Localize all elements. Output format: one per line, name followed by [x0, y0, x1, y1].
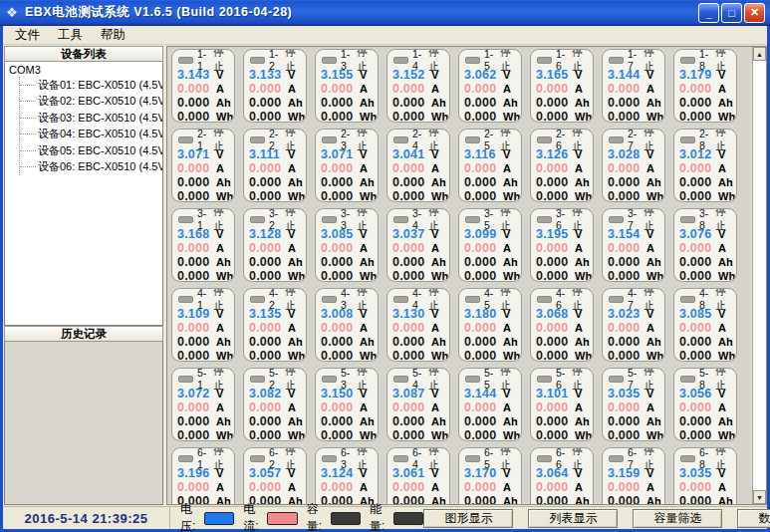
battery-cell[interactable]: 5-4 停止 3.087V 0.000A 0.000Ah 0.000Wh — [386, 368, 450, 441]
energy-value: 0.000 — [536, 349, 573, 362]
battery-cell[interactable]: 6-1 停止 3.196V 0.000A 0.000Ah 0.000Wh — [171, 447, 235, 504]
device-tree-item[interactable]: 设备02: EBC-X0510 (4.5V/10A — [20, 94, 162, 111]
battery-cell[interactable]: 4-4 停止 3.130V 0.000A 0.000Ah 0.000Wh — [386, 288, 450, 362]
battery-cell[interactable]: 2-2 停止 3.111V 0.000A 0.000Ah 0.000Wh — [243, 129, 307, 202]
battery-icon — [178, 136, 193, 143]
battery-cell[interactable]: 2-6 停止 3.126V 0.000A 0.000Ah 0.000Wh — [530, 129, 594, 202]
battery-cell[interactable]: 6-5 停止 3.170V 0.000A 0.000Ah 0.000Wh — [458, 447, 522, 504]
current-unit: A — [575, 480, 583, 494]
cell-header: 3-7 停止 — [609, 212, 661, 226]
capacity-unit: Ah — [575, 414, 590, 428]
action-button-图形显示[interactable]: 图形显示 — [423, 509, 513, 528]
voltage-unit: V — [288, 68, 295, 82]
battery-cell[interactable]: 1-7 停止 3.144V 0.000A 0.000Ah 0.000Wh — [602, 49, 665, 123]
device-tree-item[interactable]: 设备05: EBC-X0510 (4.5V/10A — [20, 142, 162, 159]
action-button-数据报表[interactable]: 数据报表 — [737, 509, 770, 528]
datetime: 2016-5-14 21:39:25 — [3, 507, 170, 529]
battery-icon — [609, 296, 624, 303]
battery-cell[interactable]: 6-4 停止 3.061V 0.000A 0.000Ah 0.000Wh — [386, 447, 450, 504]
battery-cell[interactable]: 3-3 停止 3.085V 0.000A 0.000Ah 0.000Wh — [315, 208, 379, 282]
cell-header: 4-5 停止 — [465, 292, 518, 306]
history-header[interactable]: 历史记录 — [4, 326, 163, 342]
scroll-down-icon[interactable]: ▼ — [753, 490, 766, 504]
vertical-scrollbar[interactable]: ▲ ▼ — [752, 47, 766, 504]
device-tree-item[interactable]: 设备01: EBC-X0510 (4.5V/10A — [20, 77, 162, 94]
capacity-unit: Ah — [718, 494, 733, 504]
battery-cell[interactable]: 5-6 停止 3.101V 0.000A 0.000Ah 0.000Wh — [530, 368, 594, 441]
menu-item-工具[interactable]: 工具 — [49, 26, 92, 45]
battery-cell[interactable]: 3-7 停止 3.154V 0.000A 0.000Ah 0.000Wh — [602, 208, 665, 282]
battery-cell[interactable]: 4-5 停止 3.180V 0.000A 0.000Ah 0.000Wh — [458, 288, 522, 362]
battery-cell[interactable]: 1-1 停止 3.143V 0.000A 0.000Ah 0.000Wh — [171, 49, 235, 123]
battery-cell[interactable]: 6-3 停止 3.124V 0.000A 0.000Ah 0.000Wh — [315, 447, 379, 504]
battery-cell[interactable]: 6-2 停止 3.057V 0.000A 0.000Ah 0.000Wh — [243, 447, 307, 504]
app-icon: ❖ — [6, 6, 20, 20]
battery-cell[interactable]: 3-6 停止 3.195V 0.000A 0.000Ah 0.000Wh — [530, 208, 594, 282]
battery-cell[interactable]: 6-6 停止 3.064V 0.000A 0.000Ah 0.000Wh — [530, 447, 594, 504]
tree-root-com3[interactable]: COM3 — [7, 63, 162, 77]
minimize-button[interactable]: _ — [698, 3, 719, 23]
scroll-up-icon[interactable]: ▲ — [753, 47, 766, 61]
current-value: 0.000 — [249, 400, 286, 414]
battery-cell[interactable]: 1-5 停止 3.062V 0.000A 0.000Ah 0.000Wh — [458, 49, 522, 123]
battery-cell[interactable]: 2-1 停止 3.071V 0.000A 0.000Ah 0.000Wh — [171, 129, 235, 202]
battery-cell[interactable]: 4-3 停止 3.008V 0.000A 0.000Ah 0.000Wh — [315, 288, 379, 362]
voltage-value: 3.057 — [249, 466, 286, 480]
battery-cell[interactable]: 1-2 停止 3.133V 0.000A 0.000Ah 0.000Wh — [243, 49, 307, 123]
battery-cell[interactable]: 5-2 停止 3.082V 0.000A 0.000Ah 0.000Wh — [243, 368, 307, 441]
current-unit: A — [216, 241, 224, 255]
battery-cell[interactable]: 3-8 停止 3.076V 0.000A 0.000Ah 0.000Wh — [673, 208, 737, 282]
menu-item-帮助[interactable]: 帮助 — [92, 26, 134, 45]
battery-cell[interactable]: 4-8 停止 3.085V 0.000A 0.000Ah 0.000Wh — [673, 288, 737, 362]
legend-label: 电流: — [243, 501, 265, 532]
capacity-value: 0.000 — [608, 494, 644, 504]
battery-cell[interactable]: 6-7 停止 3.159V 0.000A 0.000Ah 0.000Wh — [602, 447, 665, 504]
titlebar[interactable]: ❖ EBX电池测试系统 V1.6.5 (Build 2016-04-28) _ … — [0, 0, 770, 26]
scrollbar-track[interactable] — [753, 61, 766, 490]
device-tree-item[interactable]: 设备03: EBC-X0510 (4.5V/10A — [20, 110, 162, 127]
battery-cell[interactable]: 4-6 停止 3.068V 0.000A 0.000Ah 0.000Wh — [530, 288, 594, 362]
battery-cell[interactable]: 1-3 停止 3.155V 0.000A 0.000Ah 0.000Wh — [315, 49, 379, 123]
device-tree-item[interactable]: 设备04: EBC-X0510 (4.5V/10A — [20, 127, 162, 143]
energy-value: 0.000 — [608, 269, 644, 282]
battery-cell[interactable]: 2-8 停止 3.012V 0.000A 0.000Ah 0.000Wh — [673, 129, 737, 202]
battery-cell[interactable]: 5-3 停止 3.150V 0.000A 0.000Ah 0.000Wh — [315, 368, 379, 441]
capacity-unit: Ah — [503, 414, 518, 428]
device-list-header[interactable]: 设备列表 — [4, 46, 163, 62]
action-button-列表显示[interactable]: 列表显示 — [528, 509, 618, 528]
battery-cell[interactable]: 1-4 停止 3.152V 0.000A 0.000Ah 0.000Wh — [386, 49, 450, 123]
battery-cell[interactable]: 3-1 停止 3.168V 0.000A 0.000Ah 0.000Wh — [171, 208, 235, 282]
battery-cell[interactable]: 5-7 停止 3.035V 0.000A 0.000Ah 0.000Wh — [602, 368, 665, 441]
battery-cell[interactable]: 4-2 停止 3.135V 0.000A 0.000Ah 0.000Wh — [243, 288, 307, 362]
battery-cell[interactable]: 3-2 停止 3.128V 0.000A 0.000Ah 0.000Wh — [243, 208, 307, 282]
battery-cell[interactable]: 4-7 停止 3.023V 0.000A 0.000Ah 0.000Wh — [602, 288, 665, 362]
battery-cell[interactable]: 2-5 停止 3.116V 0.000A 0.000Ah 0.000Wh — [458, 129, 522, 202]
battery-cell[interactable]: 2-3 停止 3.071V 0.000A 0.000Ah 0.000Wh — [315, 129, 379, 202]
cell-header: 2-4 停止 — [393, 133, 446, 146]
battery-cell[interactable]: 1-6 停止 3.165V 0.000A 0.000Ah 0.000Wh — [530, 49, 594, 123]
close-button[interactable]: ✕ — [744, 3, 765, 23]
battery-cell[interactable]: 4-1 停止 3.109V 0.000A 0.000Ah 0.000Wh — [171, 288, 235, 362]
device-tree-item[interactable]: 设备06: EBC-X0510 (4.5V/10A — [20, 159, 162, 176]
current-value: 0.000 — [536, 400, 573, 414]
maximize-button[interactable]: □ — [721, 3, 742, 23]
battery-cell[interactable]: 5-8 停止 3.056V 0.000A 0.000Ah 0.000Wh — [673, 368, 737, 441]
energy-value: 0.000 — [536, 428, 573, 441]
menu-item-文件[interactable]: 文件 — [6, 26, 49, 45]
battery-icon — [322, 57, 337, 64]
action-button-容量筛选[interactable]: 容量筛选 — [633, 509, 722, 528]
battery-icon — [250, 455, 265, 462]
battery-cell[interactable]: 5-1 停止 3.072V 0.000A 0.000Ah 0.000Wh — [171, 368, 235, 441]
voltage-value: 3.109 — [177, 307, 214, 321]
battery-cell[interactable]: 6-8 停止 3.035V 0.000A 0.000Ah 0.000Wh — [673, 447, 737, 504]
battery-cell[interactable]: 2-7 停止 3.028V 0.000A 0.000Ah 0.000Wh — [602, 129, 665, 202]
battery-cell[interactable]: 5-5 停止 3.144V 0.000A 0.000Ah 0.000Wh — [458, 368, 522, 441]
battery-cell[interactable]: 1-8 停止 3.179V 0.000A 0.000Ah 0.000Wh — [673, 49, 737, 123]
battery-cell[interactable]: 3-5 停止 3.099V 0.000A 0.000Ah 0.000Wh — [458, 208, 522, 282]
energy-unit: Wh — [216, 428, 233, 441]
energy-value: 0.000 — [679, 269, 716, 282]
battery-cell[interactable]: 2-4 停止 3.041V 0.000A 0.000Ah 0.000Wh — [386, 129, 450, 202]
capacity-unit: Ah — [216, 175, 231, 189]
battery-cell[interactable]: 3-4 停止 3.037V 0.000A 0.000Ah 0.000Wh — [386, 208, 450, 282]
legend-color-swatch — [393, 512, 423, 525]
